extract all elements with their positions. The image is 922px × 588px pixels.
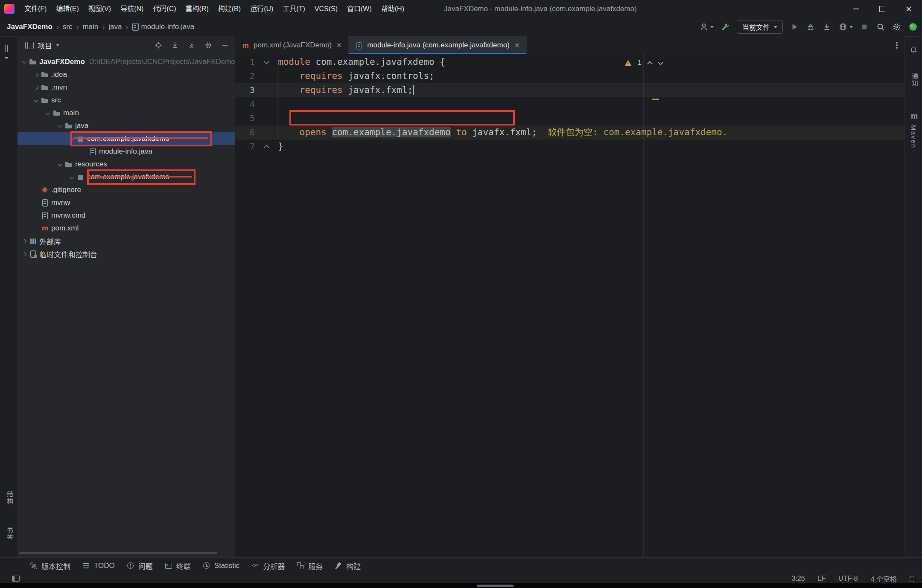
tool-window-button[interactable]: TODO bbox=[76, 558, 121, 574]
code-line[interactable]: 2 requires javafx.controls; bbox=[235, 69, 904, 83]
tree-item[interactable]: mvnw.cmd bbox=[18, 209, 235, 222]
line-number[interactable]: 2 bbox=[235, 69, 259, 83]
tree-item[interactable]: .idea bbox=[18, 68, 235, 81]
read-only-lock-icon[interactable] bbox=[910, 578, 915, 582]
notifications-bell-icon[interactable] bbox=[910, 46, 918, 54]
chevron-down-icon[interactable] bbox=[68, 171, 76, 183]
tree-item[interactable]: mvnw bbox=[18, 196, 235, 209]
menu-item[interactable]: 导航(N) bbox=[116, 0, 148, 17]
scroll-to-source-icon[interactable] bbox=[171, 41, 179, 49]
fold-close-icon[interactable] bbox=[259, 140, 278, 154]
tree-item[interactable]: 临时文件和控制台 bbox=[18, 247, 235, 260]
collapse-all-icon[interactable] bbox=[187, 41, 196, 49]
layout-toggle-icon[interactable] bbox=[12, 576, 20, 582]
next-problem-icon[interactable] bbox=[658, 60, 663, 65]
menu-item[interactable]: 构建(B) bbox=[213, 0, 245, 17]
tree-item[interactable]: resources bbox=[18, 158, 235, 171]
tree-item[interactable]: main bbox=[18, 107, 235, 119]
maximize-button[interactable] bbox=[869, 0, 896, 17]
menu-item[interactable]: 代码(C) bbox=[148, 0, 181, 17]
tree-item[interactable]: java bbox=[18, 119, 235, 132]
menu-item[interactable]: 编辑(E) bbox=[51, 0, 83, 17]
tool-window-button[interactable]: 问题 bbox=[121, 558, 159, 574]
tree-item[interactable]: module-info.java bbox=[18, 145, 235, 158]
stop-button[interactable] bbox=[860, 22, 869, 32]
chevron-right-icon[interactable] bbox=[32, 81, 41, 94]
search-everywhere-icon[interactable] bbox=[876, 22, 885, 32]
tree-item[interactable]: .mvn bbox=[18, 81, 235, 94]
chevron-down-icon[interactable] bbox=[32, 94, 41, 107]
tool-window-button[interactable]: 服务 bbox=[291, 558, 329, 574]
update-project-icon[interactable] bbox=[822, 22, 832, 32]
run-targets-globe-icon[interactable] bbox=[838, 22, 853, 32]
menu-item[interactable]: 帮助(H) bbox=[376, 0, 409, 17]
chevron-right-icon[interactable] bbox=[20, 247, 29, 260]
user-account-icon[interactable] bbox=[699, 22, 714, 32]
previous-problem-icon[interactable] bbox=[647, 60, 652, 65]
menu-item[interactable]: 文件(F) bbox=[20, 0, 51, 17]
code-editor[interactable]: 1module com.example.javafxdemo {2 requir… bbox=[235, 54, 904, 557]
breadcrumb-item[interactable]: src bbox=[63, 23, 73, 31]
line-number[interactable]: 1 bbox=[235, 55, 259, 69]
locate-file-icon[interactable] bbox=[154, 41, 163, 49]
tool-window-button[interactable]: 终端 bbox=[159, 558, 197, 574]
debug-button[interactable] bbox=[806, 22, 815, 32]
menu-item[interactable]: 重构(R) bbox=[181, 0, 213, 17]
chevron-right-icon[interactable] bbox=[32, 68, 41, 81]
menu-item[interactable]: 运行(U) bbox=[245, 0, 278, 17]
tree-item[interactable]: pom.xml bbox=[18, 222, 235, 235]
tree-item[interactable]: 外部库 bbox=[18, 235, 235, 247]
code-line[interactable]: 7} bbox=[235, 140, 904, 154]
run-button[interactable] bbox=[790, 22, 799, 32]
chevron-right-icon[interactable] bbox=[20, 235, 29, 247]
tab-options-icon[interactable] bbox=[896, 44, 898, 46]
menu-item[interactable]: 窗口(W) bbox=[342, 0, 376, 17]
panel-options-gear-icon[interactable] bbox=[204, 41, 213, 49]
bookmarks-tool-window-button[interactable]: 书签 bbox=[5, 527, 14, 541]
line-number[interactable]: 5 bbox=[235, 111, 259, 125]
project-tool-window-button[interactable] bbox=[5, 45, 6, 52]
tool-window-button[interactable]: 版本控制 bbox=[24, 558, 76, 574]
structure-tool-window-button[interactable]: 结构 bbox=[5, 491, 14, 505]
line-number[interactable]: 7 bbox=[235, 140, 259, 154]
code-line[interactable]: 3 requires javafx.fxml; bbox=[235, 83, 904, 97]
run-configuration-selector[interactable]: 当前文件 bbox=[737, 20, 783, 34]
chevron-down-icon[interactable] bbox=[56, 119, 64, 132]
tree-item[interactable]: JavaFXDemoD:\IDEAProjects\JCNCProjects\J… bbox=[18, 55, 235, 68]
project-panel-title[interactable]: 项目 bbox=[38, 40, 52, 51]
file-encoding[interactable]: UTF-8 bbox=[838, 575, 858, 582]
breadcrumb-item[interactable]: main bbox=[82, 23, 98, 31]
chevron-down-icon[interactable] bbox=[56, 44, 59, 47]
tree-item[interactable]: src bbox=[18, 94, 235, 107]
line-number[interactable]: 3 bbox=[235, 83, 259, 97]
line-number[interactable]: 4 bbox=[235, 97, 259, 111]
chevron-down-icon[interactable] bbox=[44, 107, 53, 119]
fold-open-icon[interactable] bbox=[259, 55, 278, 69]
maven-icon[interactable] bbox=[911, 112, 918, 120]
warning-stripe-mark[interactable] bbox=[652, 99, 659, 100]
settings-gear-icon[interactable] bbox=[892, 22, 902, 32]
tool-window-button[interactable]: Statistic bbox=[197, 558, 246, 574]
build-project-wrench-icon[interactable] bbox=[721, 22, 730, 32]
inspections-widget[interactable]: 1 bbox=[624, 57, 663, 69]
breadcrumb-item[interactable]: module-info.java bbox=[132, 23, 195, 31]
line-number[interactable]: 6 bbox=[235, 125, 259, 140]
code-line[interactable]: 1module com.example.javafxdemo { bbox=[235, 55, 904, 69]
horizontal-scrollbar[interactable] bbox=[19, 552, 217, 554]
hide-panel-icon[interactable] bbox=[221, 41, 229, 49]
caret-position[interactable]: 3:26 bbox=[792, 575, 805, 582]
chevron-down-icon[interactable] bbox=[20, 55, 29, 68]
close-tab-icon[interactable] bbox=[514, 42, 520, 48]
code-with-me-icon[interactable] bbox=[908, 22, 918, 32]
notifications-tool-window-button[interactable]: 通知 bbox=[910, 73, 919, 87]
tab-module-info-java[interactable]: module-info.java (com.example.javafxdemo… bbox=[349, 36, 527, 54]
indent-setting[interactable]: 4 个空格 bbox=[871, 573, 897, 584]
menu-item[interactable]: 视图(V) bbox=[84, 0, 116, 17]
close-tab-icon[interactable] bbox=[336, 42, 342, 48]
tab-pom-xml[interactable]: pom.xml (JavaFXDemo) bbox=[235, 36, 349, 54]
chevron-down-icon[interactable] bbox=[56, 158, 64, 171]
menu-item[interactable]: VCS(S) bbox=[310, 0, 342, 17]
tool-window-button[interactable]: 分析器 bbox=[245, 558, 291, 574]
code-area[interactable]: 1module com.example.javafxdemo {2 requir… bbox=[235, 54, 904, 154]
line-separator[interactable]: LF bbox=[818, 575, 826, 582]
